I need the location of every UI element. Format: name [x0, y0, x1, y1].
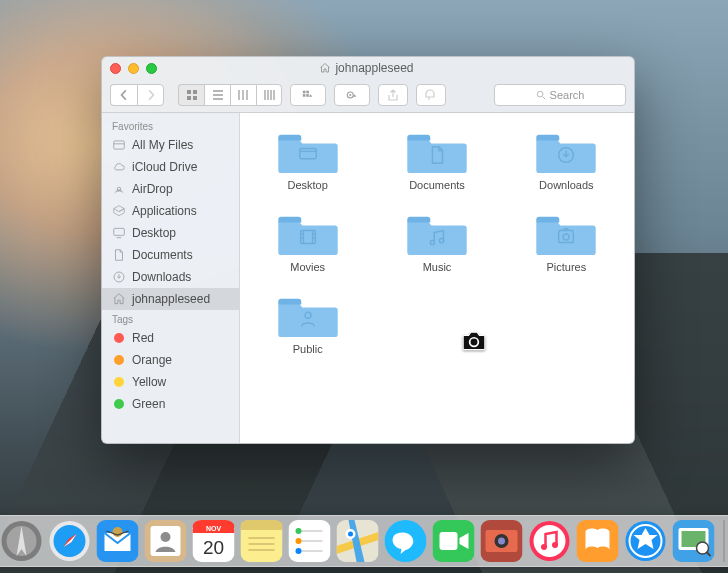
dock-notes[interactable]: [241, 520, 283, 562]
svg-rect-4: [303, 90, 306, 93]
sidebar-item-label: Applications: [132, 204, 197, 218]
svg-rect-13: [114, 228, 125, 235]
folder-public[interactable]: Public: [248, 293, 367, 355]
search-placeholder: Search: [550, 89, 585, 101]
dock-ibooks[interactable]: [577, 520, 619, 562]
content-pane[interactable]: Desktop Documents Downloads Movies Music…: [240, 113, 634, 443]
documents-icon: [112, 248, 126, 262]
svg-rect-2: [187, 96, 191, 100]
folder-documents[interactable]: Documents: [377, 129, 496, 191]
dock-mail[interactable]: [97, 520, 139, 562]
sidebar-item-applications[interactable]: Applications: [102, 200, 239, 222]
svg-rect-1: [193, 90, 197, 94]
dock-maps[interactable]: [337, 520, 379, 562]
zoom-button[interactable]: [146, 63, 157, 74]
folder-label: Downloads: [539, 179, 593, 191]
sidebar-item-label: Downloads: [132, 270, 191, 284]
view-icons-button[interactable]: [178, 84, 204, 106]
dock-separator: [724, 520, 725, 562]
sidebar-item-downloads[interactable]: Downloads: [102, 266, 239, 288]
folder-music[interactable]: Music: [377, 211, 496, 273]
tags-button[interactable]: [416, 84, 446, 106]
traffic-lights: [110, 63, 157, 74]
folder-icon: [535, 129, 597, 175]
folder-label: Documents: [409, 179, 465, 191]
svg-point-46: [296, 528, 302, 534]
sidebar-item-home[interactable]: johnappleseed: [102, 288, 239, 310]
folder-label: Music: [423, 261, 452, 273]
dock-calendar[interactable]: NOV20: [193, 520, 235, 562]
svg-rect-15: [299, 149, 316, 159]
dock-messages[interactable]: [385, 520, 427, 562]
sidebar-item-icloud[interactable]: iCloud Drive: [102, 156, 239, 178]
icloud-icon: [112, 160, 126, 174]
sidebar-item-label: Documents: [132, 248, 193, 262]
dock-appstore[interactable]: [625, 520, 667, 562]
svg-point-62: [552, 542, 558, 548]
share-button[interactable]: [378, 84, 408, 106]
search-icon: [536, 90, 546, 100]
svg-point-51: [348, 532, 353, 537]
sidebar-section-tags: Tags: [102, 310, 239, 327]
folder-label: Movies: [290, 261, 325, 273]
view-list-button[interactable]: [204, 84, 230, 106]
sidebar-item-label: AirDrop: [132, 182, 173, 196]
svg-rect-0: [187, 90, 191, 94]
back-button[interactable]: [110, 84, 137, 106]
view-columns-button[interactable]: [230, 84, 256, 106]
finder-window: johnappleseed Search: [101, 56, 635, 444]
applications-icon: [112, 204, 126, 218]
screenshot-camera-cursor: [460, 330, 488, 352]
airdrop-icon: [112, 182, 126, 196]
folder-icon: [406, 129, 468, 175]
folder-grid: Desktop Documents Downloads Movies Music…: [248, 129, 626, 355]
tag-dot-icon: [114, 399, 124, 409]
svg-point-9: [349, 93, 351, 95]
dock-launchpad[interactable]: [1, 520, 43, 562]
dock-safari[interactable]: [49, 520, 91, 562]
svg-point-58: [498, 538, 505, 545]
svg-point-21: [563, 234, 569, 240]
folder-movies[interactable]: Movies: [248, 211, 367, 273]
svg-text:20: 20: [203, 537, 224, 558]
search-field[interactable]: Search: [494, 84, 626, 106]
action-button[interactable]: [334, 84, 370, 106]
svg-point-47: [296, 538, 302, 544]
downloads-icon: [112, 270, 126, 284]
dock-preview[interactable]: [673, 520, 715, 562]
svg-rect-54: [440, 532, 458, 550]
dock: NOV20: [0, 515, 728, 567]
folder-label: Desktop: [287, 179, 327, 191]
svg-point-19: [439, 239, 443, 243]
dock-itunes[interactable]: [529, 520, 571, 562]
dock-reminders[interactable]: [289, 520, 331, 562]
sidebar-item-documents[interactable]: Documents: [102, 244, 239, 266]
sidebar-tag-orange[interactable]: Orange: [102, 349, 239, 371]
dock-facetime[interactable]: [433, 520, 475, 562]
view-coverflow-button[interactable]: [256, 84, 282, 106]
sidebar-item-desktop[interactable]: Desktop: [102, 222, 239, 244]
dock-contacts[interactable]: [145, 520, 187, 562]
svg-point-10: [537, 91, 543, 97]
folder-icon: [535, 211, 597, 257]
titlebar[interactable]: johnappleseed: [102, 57, 634, 79]
sidebar-tag-red[interactable]: Red: [102, 327, 239, 349]
minimize-button[interactable]: [128, 63, 139, 74]
sidebar-tag-green[interactable]: Green: [102, 393, 239, 415]
desktop-icon: [112, 226, 126, 240]
desktop: johnappleseed Search: [0, 0, 728, 573]
svg-point-48: [296, 548, 302, 554]
sidebar-item-allmyfiles[interactable]: All My Files: [102, 134, 239, 156]
svg-point-22: [305, 312, 311, 318]
folder-pictures[interactable]: Pictures: [507, 211, 626, 273]
arrange-button[interactable]: [290, 84, 326, 106]
svg-point-60: [534, 525, 566, 557]
forward-button[interactable]: [137, 84, 164, 106]
folder-desktop[interactable]: Desktop: [248, 129, 367, 191]
dock-photobooth[interactable]: [481, 520, 523, 562]
sidebar-tag-yellow[interactable]: Yellow: [102, 371, 239, 393]
window-title-label: johnappleseed: [335, 61, 413, 75]
sidebar-item-airdrop[interactable]: AirDrop: [102, 178, 239, 200]
close-button[interactable]: [110, 63, 121, 74]
folder-downloads[interactable]: Downloads: [507, 129, 626, 191]
